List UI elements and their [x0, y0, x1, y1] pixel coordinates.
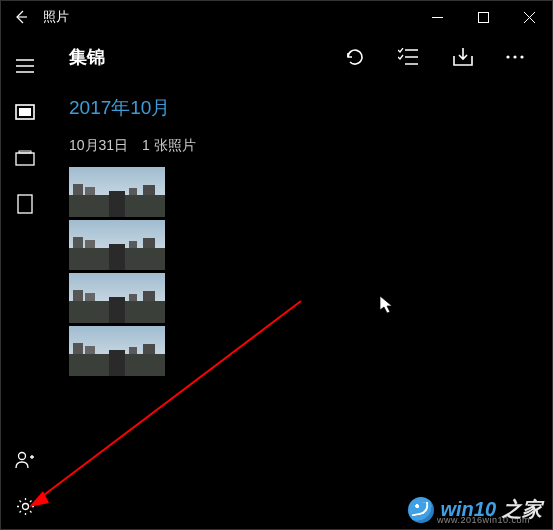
titlebar: 照片	[1, 1, 552, 33]
svg-point-7	[22, 503, 28, 509]
sidebar-item-people[interactable]	[1, 437, 49, 483]
more-icon	[506, 55, 524, 59]
svg-point-9	[513, 55, 516, 58]
hamburger-icon	[16, 59, 34, 73]
refresh-icon	[344, 46, 366, 68]
gear-icon	[16, 497, 35, 516]
minimize-button[interactable]	[414, 1, 460, 33]
main-content: 集锦 2017年10月 10月31日 1 张照片	[49, 33, 552, 529]
watermark-logo-icon	[408, 497, 434, 523]
page-title: 集锦	[69, 45, 105, 69]
photo-thumbnail[interactable]	[69, 220, 165, 270]
app-title: 照片	[43, 8, 69, 26]
album-icon	[15, 150, 35, 166]
sidebar-item-collection[interactable]	[1, 89, 49, 135]
day-date: 10月31日	[69, 137, 128, 153]
month-header[interactable]: 2017年10月	[49, 81, 552, 127]
minimize-icon	[432, 12, 443, 23]
back-arrow-icon	[13, 9, 29, 25]
settings-button[interactable]	[1, 483, 49, 529]
svg-rect-2	[19, 108, 31, 116]
svg-point-8	[506, 55, 509, 58]
svg-rect-0	[478, 12, 488, 22]
svg-rect-5	[18, 195, 32, 213]
maximize-icon	[478, 12, 489, 23]
person-add-icon	[15, 451, 35, 469]
maximize-button[interactable]	[460, 1, 506, 33]
import-button[interactable]	[452, 46, 474, 68]
photo-thumbnail[interactable]	[69, 273, 165, 323]
watermark: win10之家 www.2016win10.com	[408, 496, 542, 523]
photo-thumbnail[interactable]	[69, 167, 165, 217]
svg-point-10	[520, 55, 523, 58]
watermark-url: www.2016win10.com	[437, 515, 530, 525]
sidebar	[1, 33, 49, 529]
refresh-button[interactable]	[344, 46, 366, 68]
sidebar-item-album[interactable]	[1, 135, 49, 181]
collection-icon	[15, 104, 35, 120]
sidebar-item-folder[interactable]	[1, 181, 49, 227]
back-button[interactable]	[11, 9, 31, 25]
day-header: 10月31日 1 张照片	[49, 127, 552, 163]
svg-point-6	[19, 453, 26, 460]
main-header: 集锦	[49, 33, 552, 81]
photo-thumbnail[interactable]	[69, 326, 165, 376]
photo-count: 1 张照片	[142, 137, 196, 153]
close-icon	[524, 12, 535, 23]
svg-rect-3	[16, 153, 34, 165]
menu-button[interactable]	[1, 43, 49, 89]
select-button[interactable]	[398, 46, 420, 68]
more-button[interactable]	[506, 46, 524, 68]
photo-grid	[49, 163, 552, 380]
folder-icon	[17, 194, 33, 214]
svg-rect-4	[19, 151, 31, 153]
close-button[interactable]	[506, 1, 552, 33]
import-icon	[452, 47, 474, 67]
select-icon	[398, 48, 420, 66]
